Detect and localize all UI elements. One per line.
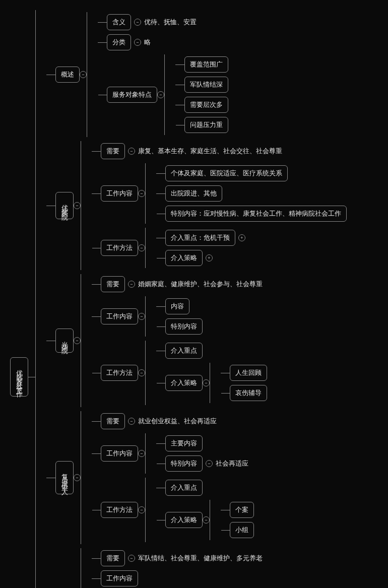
toggle[interactable]: − (203, 379, 210, 386)
toggle[interactable]: − (138, 369, 145, 376)
node-content[interactable]: 工作内容 (101, 570, 138, 586)
leaf[interactable]: 特别内容：应对慢性病、康复社会工作、精神病院社会工作 (165, 206, 347, 222)
node-veterans[interactable]: 复员退伍军人 (55, 461, 74, 494)
node-content[interactable]: 工作内容 (101, 185, 138, 202)
node-need[interactable]: 需要 (101, 413, 125, 429)
node-strategy[interactable]: 介入策略 (165, 512, 203, 528)
toggle[interactable]: − (138, 244, 145, 251)
toggle[interactable]: − (138, 450, 145, 457)
leaf[interactable]: 主要内容 (165, 435, 203, 451)
leaf[interactable]: 军队情结深 (184, 77, 228, 93)
toggle[interactable]: − (74, 337, 81, 344)
toggle[interactable]: − (74, 202, 81, 209)
toggle[interactable]: − (74, 474, 81, 481)
root-node[interactable]: 优抚安置社会工作 (10, 357, 28, 397)
root-children: 概述 − 含义 − 优待、抚恤、安置 分类 − 略 服务对象特点 (35, 10, 347, 588)
leaf[interactable]: 出院跟进、其他 (165, 185, 222, 202)
toggle[interactable]: + (238, 234, 245, 241)
toggle[interactable]: − (128, 555, 135, 562)
node-category[interactable]: 分类 (107, 34, 131, 50)
leaf[interactable]: 介入策略 (165, 250, 203, 266)
leaf[interactable]: 内容 (165, 298, 189, 314)
leaf[interactable]: 特别内容 (165, 455, 203, 472)
leaf: 就业创业权益、社会再适应 (138, 416, 217, 427)
toggle[interactable]: − (138, 313, 145, 320)
toggle[interactable]: − (206, 460, 213, 467)
toggle[interactable]: − (128, 281, 135, 288)
leaf[interactable]: 人生回顾 (230, 365, 267, 381)
node-content[interactable]: 工作内容 (101, 445, 138, 462)
leaf[interactable]: 特别内容 (165, 318, 203, 335)
leaf: 婚姻家庭、健康维护、社会参与、社会尊重 (138, 279, 263, 290)
leaf: 社会再适应 (216, 458, 248, 469)
toggle[interactable]: − (138, 506, 145, 513)
leaf: 军队情结、社会尊重、健康维护、多元养老 (138, 553, 263, 564)
toggle[interactable]: − (157, 91, 164, 98)
node-need[interactable]: 需要 (101, 143, 125, 159)
toggle[interactable]: − (80, 71, 87, 78)
node-method[interactable]: 工作方法 (101, 365, 138, 381)
toggle[interactable]: − (128, 148, 135, 155)
leaf[interactable]: 覆盖范围广 (184, 56, 228, 73)
leaf[interactable]: 问题压力重 (184, 117, 228, 133)
leaf[interactable]: 哀伤辅导 (230, 385, 267, 401)
toggle[interactable]: − (138, 190, 145, 197)
toggle[interactable]: − (203, 516, 210, 524)
node-overview[interactable]: 概述 (55, 67, 80, 83)
toggle[interactable]: − (134, 19, 141, 26)
toggle[interactable]: + (206, 254, 213, 262)
leaf[interactable]: 介入重点 (165, 343, 203, 359)
toggle[interactable]: − (134, 39, 141, 46)
leaf[interactable]: 介入重点：危机干预 (165, 230, 235, 246)
node-method[interactable]: 工作方法 (101, 502, 138, 518)
mindmap-root: 优抚安置社会工作 概述 − 含义 − 优待、抚恤、安置 分类 − 略 (10, 10, 378, 588)
leaf: 康复、基本生存、家庭生活、社会交往、社会尊重 (138, 146, 282, 157)
node-meaning[interactable]: 含义 (107, 14, 131, 30)
toggle[interactable]: − (128, 418, 135, 425)
leaf[interactable]: 个案 (230, 502, 254, 518)
node-glory-home[interactable]: 光荣院 (55, 329, 74, 353)
leaf[interactable]: 介入重点 (165, 480, 203, 496)
leaf[interactable]: 小组 (230, 522, 254, 538)
node-content[interactable]: 工作内容 (101, 308, 138, 324)
leaf[interactable]: 需要层次多 (184, 97, 228, 113)
leaf[interactable]: 个体及家庭、医院适应、医疗系统关系 (165, 165, 288, 181)
node-strategy[interactable]: 介入策略 (165, 375, 203, 391)
node-need[interactable]: 需要 (101, 550, 125, 566)
node-target-features[interactable]: 服务对象特点 (107, 87, 157, 103)
node-method[interactable]: 工作方法 (101, 240, 138, 256)
node-need[interactable]: 需要 (101, 276, 125, 292)
leaf: 略 (144, 37, 151, 48)
leaf: 优待、抚恤、安置 (144, 17, 197, 28)
node-hospital[interactable]: 优抚医院 (55, 192, 74, 219)
